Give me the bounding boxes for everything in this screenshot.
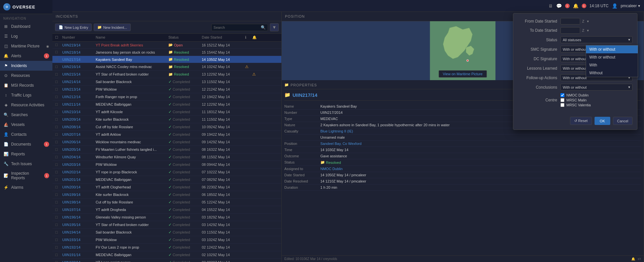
new-incident-button[interactable]: 📁 New Incident...	[94, 24, 131, 31]
prop-duration: Duration 1 h 20 min	[284, 184, 641, 191]
table-row[interactable]: ☐ UIIN215/14 YT Star of Fethard broken r…	[52, 71, 281, 78]
table-row[interactable]: ☐ UIIN219/14 YT Point Break adrift Skerr…	[52, 42, 281, 49]
table-row[interactable]: ☐ UIIN199/14 Kite surfer Blackrock ✓ Com…	[52, 191, 281, 199]
sidebar-item-reports[interactable]: 📊 Reports	[0, 149, 52, 159]
search-input[interactable]	[214, 26, 259, 29]
sidebar-item-alerts[interactable]: 🔔 Alerts 1	[0, 51, 52, 61]
table-row[interactable]: ☐ UIIN195/14 YT Star of Fethard broken r…	[52, 221, 281, 229]
sidebar-item-msi-records[interactable]: 📋 MSI Records	[0, 80, 52, 90]
sidebar-item-alarms[interactable]: ⚡ Alarms	[0, 183, 52, 192]
col-info-header: ℹ	[245, 35, 252, 40]
table-row[interactable]: ☐ UIIN194/14 Sail boarder Blackrock ✓ Co…	[52, 229, 281, 236]
sidebar-item-contacts[interactable]: 👤 Contacts	[0, 130, 52, 139]
dropdown-item-with-or-without-top[interactable]: With or without	[586, 45, 638, 53]
sidebar-item-tech-issues[interactable]: 🔧 Tech Issues	[0, 159, 52, 169]
row-checkbox: ☐	[55, 110, 62, 114]
filter-button[interactable]: ▼	[270, 23, 279, 31]
monitor-icon[interactable]: 🖥	[548, 3, 553, 9]
table-row[interactable]: ☐ UIIN213/14 PIW Wicklow ✓ Completed 12 …	[52, 86, 281, 93]
table-row[interactable]: ☐ UIIN211/14 MEDEVAC Balbriggan ✓ Comple…	[52, 101, 281, 108]
bell-badge: 1	[582, 4, 586, 8]
sidebar-item-dashboard[interactable]: ⊞ Dashboard	[0, 22, 52, 31]
table-row[interactable]: ☐ UIIN203/14 PIW Wicklow ✓ Completed 08 …	[52, 161, 281, 168]
from-date-input[interactable]	[560, 18, 580, 25]
table-row[interactable]: ☐ UIIN198/14 Cut off by tide Rosslare ✓ …	[52, 199, 281, 206]
row-status: 📁 Resolved	[168, 72, 201, 77]
centre-nmoc-checkbox[interactable]	[560, 93, 564, 97]
sidebar-item-label: Inspection Reports	[11, 171, 42, 180]
table-row[interactable]: ☐ UIIN204/14 Windsurfer Kilmore Quay ✓ C…	[52, 153, 281, 161]
sidebar-item-incidents[interactable]: ⚑ Incidents	[0, 61, 52, 71]
table-row[interactable]: ☐ UIIN201/14 MEDEVAC Balbriggan ✓ Comple…	[52, 176, 281, 183]
from-date-dropdown-icon[interactable]: ▾	[587, 19, 589, 24]
centre-malin-checkbox[interactable]	[560, 98, 564, 102]
table-row[interactable]: ☐ UIIN210/14 YT adrift Kilcoole ✓ Comple…	[52, 108, 281, 116]
table-row[interactable]: ☐ UIIN193/14 PIW Wicklow ✓ Completed 03 …	[52, 236, 281, 244]
row-number: UIIN194/14	[62, 230, 95, 234]
dropdown-item-with-or-without[interactable]: With or without	[586, 53, 638, 61]
row-number: UIIN210/14	[62, 110, 95, 114]
col-notif-header: 🔔	[252, 35, 259, 40]
sidebar-item-maritime-picture[interactable]: ◫ Maritime Picture ◉	[0, 41, 52, 51]
row-checkbox: ☐	[55, 246, 62, 249]
row-number: UIIN202/14	[62, 170, 95, 174]
table-row[interactable]: ☐ UIIN218/14 Jamesons bay person stuck o…	[52, 49, 281, 56]
table-row[interactable]: ☐ UIIN202/14 YT rope in prop Blackrock ✓…	[52, 168, 281, 176]
row-date: 08 0944Z May 14	[202, 163, 244, 166]
table-row[interactable]: ☐ UIIN200/14 YT adrift Clogherhead ✓ Com…	[52, 183, 281, 191]
view-on-maritime-picture-button[interactable]: View on Maritime Picture	[439, 70, 487, 78]
dashboard-icon: ⊞	[3, 24, 9, 29]
table-row[interactable]: ☐ UIIN192/14 FV Our Lass 2 rope in prop …	[52, 244, 281, 251]
topbar-user[interactable]: pmcaleer ▾	[621, 4, 640, 8]
conclusions-select[interactable]: With or without ▾	[560, 84, 633, 91]
table-row[interactable]: ☐ UIIN191/14 MEDEVAC Balbriggan ✓ Comple…	[52, 251, 281, 259]
row-status: ✓ Completed	[168, 140, 201, 144]
sidebar-item-resource-activities[interactable]: ◈ Resource Activities	[0, 100, 52, 110]
col-number-header: Number	[62, 35, 95, 40]
dropdown-popup: With or without With or without With Wit…	[586, 45, 638, 77]
row-status: ✓ Completed	[168, 95, 201, 99]
topbar: 🖥 💬 1 🔔 1 14:18 UTC 👤 pmcaleer ▾	[52, 0, 644, 12]
row-checkbox: ☐	[55, 103, 62, 106]
sidebar-item-documents[interactable]: 📄 Documents 1	[0, 139, 52, 149]
row-number: UIIN201/14	[62, 178, 95, 182]
dropdown-item-with[interactable]: With	[586, 61, 638, 69]
sidebar-item-label: Tech Issues	[11, 162, 32, 166]
to-date-dropdown-icon[interactable]: ▾	[587, 28, 589, 33]
msi-icon: 📋	[3, 83, 9, 88]
dropdown-item-without[interactable]: Without	[586, 69, 638, 77]
search-icon: 🔍	[261, 25, 266, 30]
reset-button[interactable]: ↺ Reset	[570, 117, 592, 125]
sidebar-item-vessels[interactable]: ⛵ Vessels	[0, 120, 52, 130]
sidebar-item-traffic-logs[interactable]: ↕ Traffic Logs	[0, 90, 52, 100]
sidebar-item-log[interactable]: ☰ Log	[0, 31, 52, 41]
row-number: UIIN205/14	[62, 148, 95, 151]
to-date-input[interactable]	[560, 27, 580, 34]
table-row[interactable]: ☐ UIIN196/14 Glenealo Valley missing per…	[52, 214, 281, 221]
table-row[interactable]: ☐ UIIN197/14 YT adrift Drogheda ✓ Comple…	[52, 206, 281, 214]
cancel-button[interactable]: Cancel	[613, 117, 633, 125]
sidebar-item-resources[interactable]: ⊙ Resources	[0, 71, 52, 80]
table-row[interactable]: ☐ UIIN212/14 Forth Ranger rope in prop ✓…	[52, 93, 281, 101]
table-row[interactable]: ☐ UIIN190/14 YT Loon assist owner ✓ Comp…	[52, 259, 281, 262]
table-row[interactable]: ☐ UIIN217/14 Kayakers Sandeel Bay 📁 Reso…	[52, 56, 281, 63]
table-row[interactable]: ☐ UIIN209/14 Kite surfer Blackrock ✓ Com…	[52, 116, 281, 123]
sidebar-item-searches[interactable]: 🔍 Searches	[0, 110, 52, 120]
table-row[interactable]: ☐ UIIN216/14 Assist NACC Cooley mtns med…	[52, 63, 281, 71]
table-row[interactable]: ☐ UIIN208/14 Cut off by tide Rosslare ✓ …	[52, 123, 281, 131]
bell-icon[interactable]: 🔔	[573, 3, 578, 9]
ok-button[interactable]: OK	[595, 117, 610, 125]
centre-valentia-checkbox[interactable]	[560, 103, 564, 107]
table-row[interactable]: ☐ UIIN206/14 Wicklow mountains medivac ✓…	[52, 138, 281, 146]
new-log-entry-button[interactable]: 📄 New Log Entry	[55, 24, 92, 31]
row-number: UIIN203/14	[62, 163, 95, 166]
chat-icon[interactable]: 💬	[556, 3, 562, 9]
incident-folder-icon: 📁	[284, 92, 291, 98]
table-row[interactable]: ☐ UIIN205/14 FV Maarten Luther fishnets …	[52, 146, 281, 153]
table-row[interactable]: ☐ UIIN207/14 YT adrift Arklow ✓ Complete…	[52, 131, 281, 138]
table-row[interactable]: ☐ UIIN214/14 Sail boarder Blackrock ✓ Co…	[52, 78, 281, 86]
prop-date-started: Date Started 14 1050Z May 14 / pmcaleer	[284, 172, 641, 178]
status-select[interactable]: All statuses ▾	[560, 36, 633, 43]
row-name: Kayakers Sandeel Bay	[96, 58, 168, 61]
sidebar-item-inspection-reports[interactable]: 📝 Inspection Reports 1	[0, 169, 52, 183]
